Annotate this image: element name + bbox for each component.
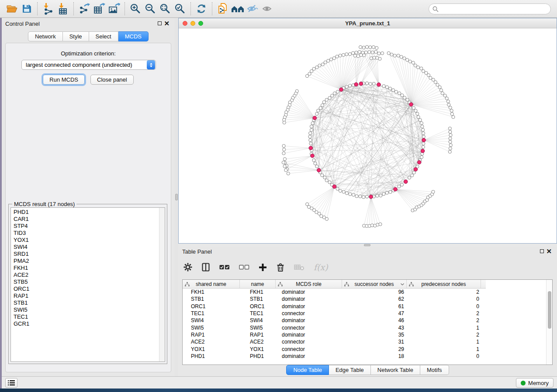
table-cell: 2 [408,310,483,316]
mcds-node-item[interactable]: PMA2 [11,258,165,265]
table-cell: SWI4 [183,317,240,323]
optimization-criterion-select[interactable]: largest connected component (undirected) [21,60,156,70]
table-row[interactable]: ORC1ORC1dominator610 [183,303,552,310]
column-header-shared-name[interactable]: shared name [183,280,240,288]
tab-mcds[interactable]: MCDS [118,31,149,41]
duplicate-network-icon[interactable] [215,2,230,16]
tab-edge-table[interactable]: Edge Table [329,365,371,375]
splitter-handle[interactable] [364,244,370,246]
mcds-node-item[interactable]: RAP1 [11,292,165,299]
table-cell: FKH1 [240,289,277,295]
deselect-all-rows-icon[interactable] [239,261,249,273]
table-cell: 62 [343,296,408,302]
app-window: Control Panel ✕ NetworkStyleSelectMCDS O… [0,0,557,392]
select-all-rows-icon[interactable] [219,261,230,273]
mcds-node-item[interactable]: STB5 [11,279,165,285]
mcds-node-item[interactable]: ACE2 [11,272,165,279]
task-history-button[interactable] [5,378,17,388]
splitter-handle[interactable] [175,194,178,200]
mcds-node-item[interactable]: STB1 [11,299,165,306]
close-panel-icon[interactable]: ✕ [164,21,170,26]
close-panel-icon[interactable]: ✕ [546,249,552,254]
vertical-splitter[interactable] [175,18,178,376]
table-row[interactable]: SWI5SWI5connector431 [183,324,552,331]
show-columns-icon[interactable] [201,261,210,273]
table-cell: TEC1 [183,310,240,316]
mcds-node-item[interactable]: YOX1 [11,237,165,244]
zoom-fit-icon[interactable] [158,2,173,16]
minimize-window-icon[interactable] [190,21,195,26]
open-file-icon[interactable] [4,2,19,16]
tab-network[interactable]: Network [28,31,63,41]
network-canvas[interactable] [179,28,557,243]
table-row[interactable]: FKH1FKH1dominator962 [183,289,552,296]
table-row[interactable]: PHD1PHD1dominator180 [183,353,552,360]
zoom-selected-icon[interactable] [173,2,187,16]
column-header-MCDS-role[interactable]: MCDS role [276,280,342,288]
mcds-node-item[interactable]: SRD1 [11,251,165,258]
mcds-node-item[interactable]: TEC1 [11,313,165,320]
tab-style[interactable]: Style [63,31,89,41]
import-table-icon[interactable] [55,2,70,16]
tab-node-table[interactable]: Node Table [286,365,329,375]
export-table-icon[interactable] [92,2,107,16]
mcds-node-item[interactable]: PHD1 [11,209,165,216]
memory-button[interactable]: Memory [516,378,554,388]
table-row[interactable]: YOX1YOX1connector291 [183,345,552,352]
network-title-bar[interactable]: YPA_prune.txt_1 [179,18,557,28]
first-neighbors-icon[interactable] [230,2,245,16]
save-session-icon[interactable] [19,2,34,16]
table-cell: FKH1 [183,289,240,295]
tab-network-table[interactable]: Network Table [371,365,420,375]
tab-select[interactable]: Select [89,31,118,41]
mcds-node-item[interactable]: FKH1 [11,265,165,272]
table-panel: Table Panel ✕ f(x) [178,247,557,376]
table-row[interactable]: SWI4SWI4dominator462 [183,317,552,324]
table-row[interactable]: ACE2ACE2connector311 [183,338,552,345]
column-header-name[interactable]: name [240,280,276,288]
mcds-node-item[interactable]: SWI4 [11,244,165,251]
close-window-icon[interactable] [183,21,187,26]
apply-preferred-layout-icon[interactable] [194,2,209,16]
mcds-node-item[interactable]: SWI5 [11,306,165,313]
float-panel-icon[interactable] [540,249,544,253]
scrollbar-thumb[interactable] [548,291,551,329]
search-field[interactable] [429,3,551,14]
table-cell: SWI5 [183,325,240,331]
table-row[interactable]: RAP1RAP1dominator352 [183,331,552,338]
hide-selected-icon[interactable] [245,2,260,16]
table-options-icon[interactable] [183,261,192,273]
import-network-icon[interactable] [41,2,55,16]
function-builder-icon[interactable]: f(x) [314,261,328,273]
close-panel-button[interactable]: Close panel [90,75,134,85]
delete-column-icon[interactable] [276,261,285,273]
zoom-out-icon[interactable] [143,2,158,16]
show-all-icon[interactable] [260,2,275,16]
delete-table-icon[interactable] [294,261,304,273]
table-row[interactable]: TEC1TEC1connector472 [183,310,552,317]
float-panel-icon[interactable] [158,21,162,25]
run-mcds-button[interactable]: Run MCDS [43,75,85,85]
network-graph[interactable] [179,28,557,243]
mcds-result-list[interactable]: PHD1CAR1STP4TID3YOX1SWI4SRD1PMA2FKH1ACE2… [10,207,165,362]
mcds-node-item[interactable]: STP4 [11,223,165,230]
mcds-node-item[interactable]: GCR1 [11,320,165,327]
column-header-successor-nodes[interactable]: successor nodes [342,280,407,288]
tab-motifs[interactable]: Motifs [420,365,449,375]
horizontal-splitter[interactable] [178,244,557,247]
table-row[interactable]: STB1STB1dominator620 [183,296,552,303]
search-input[interactable] [441,6,550,12]
table-body: FKH1FKH1dominator962STB1STB1dominator620… [183,289,552,360]
maximize-window-icon[interactable] [198,21,203,26]
mcds-node-item[interactable]: ORC1 [11,285,165,292]
add-column-icon[interactable] [259,261,267,273]
mcds-node-item[interactable]: CAR1 [11,216,165,223]
table-scrollbar[interactable] [546,280,552,364]
export-network-icon[interactable] [77,2,92,16]
column-header-predecessor-nodes[interactable]: predecessor nodes [407,280,481,288]
zoom-in-icon[interactable] [128,2,143,16]
node-table[interactable]: shared namenameMCDS rolesuccessor nodesp… [182,279,553,365]
mcds-node-item[interactable]: TID3 [11,230,165,237]
list-scrollbar[interactable] [159,208,165,361]
export-image-icon[interactable] [107,2,121,16]
